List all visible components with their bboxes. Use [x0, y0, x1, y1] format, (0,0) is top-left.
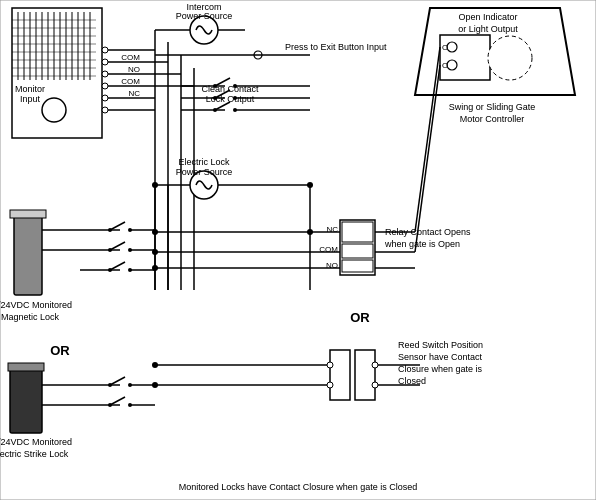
svg-point-145 — [327, 362, 333, 368]
svg-rect-115 — [440, 35, 490, 80]
svg-text:when gate is Open: when gate is Open — [384, 239, 460, 249]
svg-point-164 — [152, 249, 158, 255]
svg-text:or Light Output: or Light Output — [458, 24, 518, 34]
svg-point-169 — [152, 382, 158, 388]
svg-text:Open Indicator: Open Indicator — [458, 12, 517, 22]
svg-point-116 — [447, 42, 457, 52]
svg-point-163 — [152, 229, 158, 235]
svg-point-118 — [488, 36, 532, 80]
svg-text:O: O — [442, 61, 448, 70]
svg-text:NC: NC — [128, 89, 140, 98]
svg-text:Press to Exit Button Input: Press to Exit Button Input — [285, 42, 387, 52]
svg-text:NO: NO — [128, 65, 140, 74]
svg-text:O: O — [442, 43, 448, 52]
wiring-diagram: Monitor Input Intercom Power Source Pres… — [0, 0, 596, 500]
svg-point-172 — [307, 229, 313, 235]
svg-text:Closure when gate is: Closure when gate is — [398, 364, 483, 374]
svg-rect-128 — [342, 260, 373, 272]
svg-point-168 — [152, 362, 158, 368]
svg-rect-100 — [8, 363, 44, 371]
svg-rect-143 — [330, 350, 350, 400]
svg-text:Magnetic Lock: Magnetic Lock — [1, 312, 60, 322]
svg-text:Closed: Closed — [398, 376, 426, 386]
svg-text:12/24VDC Monitored: 12/24VDC Monitored — [0, 300, 72, 310]
svg-text:Monitor: Monitor — [15, 84, 45, 94]
svg-point-26 — [102, 71, 108, 77]
svg-rect-77 — [14, 215, 42, 295]
svg-point-27 — [102, 83, 108, 89]
svg-point-29 — [102, 107, 108, 113]
svg-text:OR: OR — [350, 310, 370, 325]
svg-text:Relay Contact Opens: Relay Contact Opens — [385, 227, 471, 237]
svg-point-24 — [102, 47, 108, 53]
svg-point-28 — [102, 95, 108, 101]
svg-point-25 — [102, 59, 108, 65]
svg-text:Electric Lock: Electric Lock — [178, 157, 230, 167]
svg-text:OR: OR — [50, 343, 70, 358]
svg-point-146 — [327, 382, 333, 388]
svg-text:COM: COM — [121, 53, 140, 62]
svg-point-23 — [42, 98, 66, 122]
svg-text:Input: Input — [20, 94, 41, 104]
svg-point-148 — [372, 382, 378, 388]
svg-text:12/24VDC Monitored: 12/24VDC Monitored — [0, 437, 72, 447]
svg-rect-127 — [342, 244, 373, 258]
svg-text:Power Source: Power Source — [176, 167, 233, 177]
svg-rect-99 — [10, 368, 42, 433]
svg-text:Power Source: Power Source — [176, 11, 233, 21]
svg-rect-126 — [342, 222, 373, 242]
svg-text:COM: COM — [121, 77, 140, 86]
svg-text:Reed Switch Position: Reed Switch Position — [398, 340, 483, 350]
svg-point-165 — [152, 265, 158, 271]
svg-text:Electric Strike Lock: Electric Strike Lock — [0, 449, 69, 459]
svg-text:Monitored Locks have Contact C: Monitored Locks have Contact Closure whe… — [179, 482, 418, 492]
svg-rect-78 — [10, 210, 46, 218]
svg-point-117 — [447, 60, 457, 70]
svg-text:Swing or Sliding Gate: Swing or Sliding Gate — [449, 102, 536, 112]
svg-point-147 — [372, 362, 378, 368]
svg-point-162 — [152, 182, 158, 188]
svg-text:Motor Controller: Motor Controller — [460, 114, 525, 124]
svg-point-171 — [307, 182, 313, 188]
svg-text:Sensor have Contact: Sensor have Contact — [398, 352, 483, 362]
svg-rect-144 — [355, 350, 375, 400]
